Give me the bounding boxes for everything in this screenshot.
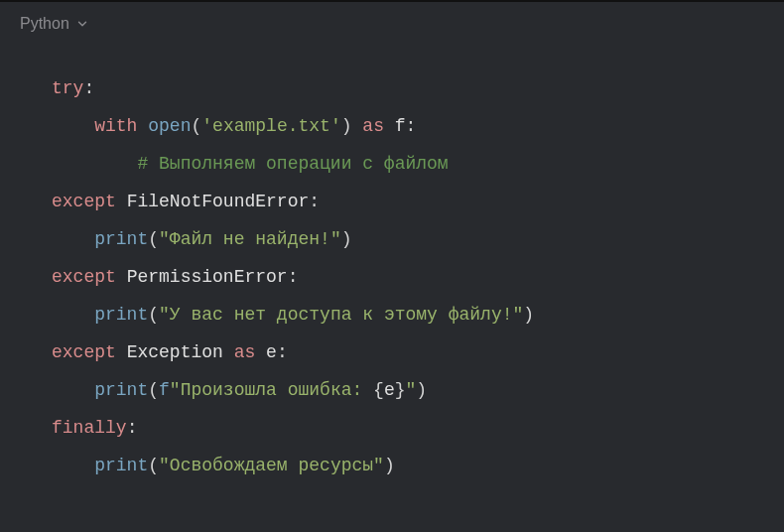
open-paren: (: [148, 229, 159, 249]
language-label: Python: [20, 15, 69, 33]
fn-print: print: [94, 380, 148, 400]
brace-open: {: [373, 380, 384, 400]
colon: :: [127, 418, 138, 438]
id-f: f: [395, 116, 406, 136]
colon: :: [288, 267, 299, 287]
colon: :: [277, 342, 288, 362]
code-line-10: finally:: [52, 418, 137, 438]
fn-print: print: [94, 305, 148, 325]
open-paren: (: [148, 305, 159, 325]
colon: :: [406, 116, 417, 136]
f-prefix: f: [159, 380, 170, 400]
fn-print: print: [94, 456, 148, 475]
kw-as: as: [234, 342, 256, 362]
close-paren: ): [384, 456, 395, 475]
kw-finally: finally: [52, 418, 127, 438]
id-e: e: [384, 380, 395, 400]
kw-except: except: [52, 192, 116, 211]
str-msg: "Файл не найден!": [159, 229, 341, 249]
brace-close: }: [395, 380, 406, 400]
language-selector[interactable]: Python: [20, 15, 89, 33]
exc-perm: PermissionError: [127, 267, 288, 287]
kw-try: try: [52, 78, 83, 98]
str-msg: "Освобождаем ресурсы": [159, 456, 384, 475]
close-paren: ): [416, 380, 427, 400]
code-line-8: except Exception as e:: [52, 342, 288, 362]
colon: :: [83, 78, 94, 98]
str-part1: "Произошла ошибка:: [170, 380, 373, 400]
code-line-7: print("У вас нет доступа к этому файлу!"…: [94, 305, 534, 325]
str-part2: ": [406, 380, 417, 400]
kw-except: except: [52, 342, 116, 362]
exc-exception: Exception: [127, 342, 223, 362]
id-e: e: [266, 342, 277, 362]
code-block: try: with open('example.txt') as f: # Вы…: [0, 46, 784, 484]
close-paren: ): [341, 116, 352, 136]
code-line-5: print("Файл не найден!"): [94, 229, 351, 249]
fn-print: print: [94, 229, 148, 249]
exc-fnf: FileNotFoundError: [127, 192, 310, 211]
chevron-down-icon: [75, 17, 89, 31]
open-paren: (: [148, 380, 159, 400]
kw-as: as: [362, 116, 384, 136]
close-paren: ): [341, 229, 352, 249]
open-paren: (: [148, 456, 159, 475]
comment: # Выполняем операции с файлом: [137, 154, 448, 174]
code-line-3: # Выполняем операции с файлом: [137, 154, 448, 174]
str-filename: 'example.txt': [201, 116, 340, 136]
str-msg: "У вас нет доступа к этому файлу!": [159, 305, 523, 325]
fn-open: open: [148, 116, 191, 136]
code-line-2: with open('example.txt') as f:: [94, 116, 416, 136]
code-line-11: print("Освобождаем ресурсы"): [94, 456, 394, 475]
open-paren: (: [191, 116, 201, 136]
code-line-9: print(f"Произошла ошибка: {e}"): [94, 380, 427, 400]
kw-with: with: [94, 116, 137, 136]
code-line-4: except FileNotFoundError:: [52, 192, 320, 211]
close-paren: ): [523, 305, 534, 325]
kw-except: except: [52, 267, 116, 287]
code-line-6: except PermissionError:: [52, 267, 298, 287]
code-header: Python: [0, 0, 784, 46]
colon: :: [309, 192, 320, 211]
code-line-1: try:: [52, 78, 94, 98]
